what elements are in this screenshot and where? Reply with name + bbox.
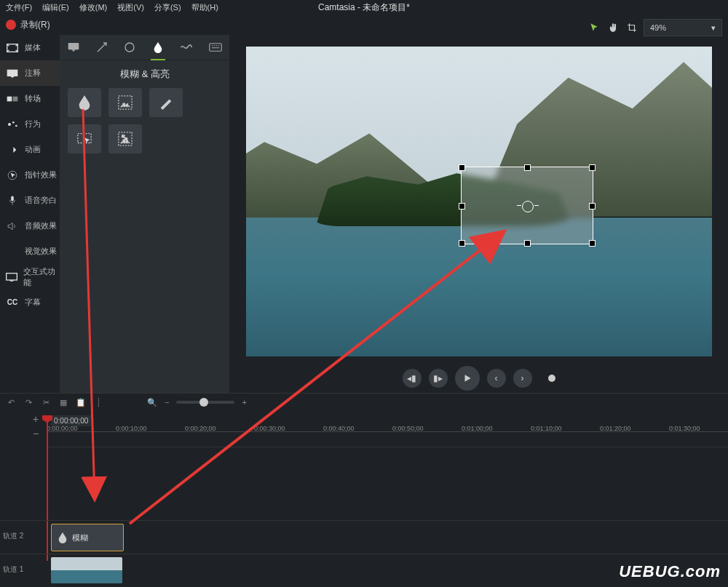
tab-callout-icon[interactable]: [68, 40, 80, 55]
next-button[interactable]: ‹: [487, 369, 506, 388]
sidebar-item-transitions[interactable]: 转场: [0, 86, 60, 111]
undo-button[interactable]: ↶: [6, 397, 16, 407]
rotate-handle[interactable]: [522, 201, 534, 212]
transitions-icon: [6, 94, 19, 104]
sidebar-label: 交互式功能: [23, 266, 60, 288]
add-track-button[interactable]: +: [29, 412, 42, 426]
seek-marker[interactable]: [548, 375, 555, 382]
drop-icon: [58, 532, 68, 543]
clip-blur[interactable]: 模糊: [51, 524, 124, 551]
select-tool-icon[interactable]: [587, 20, 601, 35]
cut-button[interactable]: ✂: [41, 397, 51, 407]
svg-point-6: [15, 124, 17, 127]
tab-sketch-icon[interactable]: [180, 40, 193, 55]
tab-arrow-icon[interactable]: [96, 40, 108, 55]
sidebar-label: 视觉效果: [25, 246, 57, 257]
sidebar-item-media[interactable]: 媒体: [0, 35, 60, 60]
menu-file[interactable]: 文件(F): [6, 2, 32, 13]
resize-handle[interactable]: [459, 164, 465, 171]
sidebar-item-animations[interactable]: 动画: [0, 137, 60, 162]
redo-button[interactable]: ↷: [23, 397, 33, 407]
ruler-tick: 0:01:30;00: [669, 425, 700, 432]
sidebar-item-audio[interactable]: 音频效果: [0, 213, 60, 239]
menu-modify[interactable]: 修改(M): [79, 2, 108, 13]
resize-handle[interactable]: [589, 240, 596, 247]
tab-keyboard-icon[interactable]: [209, 40, 222, 55]
remove-track-button[interactable]: −: [29, 427, 42, 440]
slider-knob[interactable]: [199, 398, 208, 407]
ruler-tick: 0:01:20;00: [600, 425, 631, 432]
annotation-tabs: [60, 35, 229, 60]
menu-view[interactable]: 视图(V): [117, 2, 144, 13]
next-frame-button[interactable]: ›: [513, 369, 532, 388]
copy-button[interactable]: ▦: [58, 397, 68, 407]
resize-handle[interactable]: [459, 203, 465, 209]
cc-icon: CC: [6, 298, 19, 308]
sidebar-item-annotations[interactable]: 注释: [0, 60, 60, 86]
svg-point-4: [8, 123, 11, 126]
resize-handle[interactable]: [459, 240, 465, 247]
track-2[interactable]: 轨道 2 模糊: [0, 520, 728, 554]
blur-annotation[interactable]: [461, 167, 593, 244]
tab-blur-icon[interactable]: [152, 40, 165, 55]
effect-highlight[interactable]: [149, 88, 183, 117]
resize-handle[interactable]: [524, 164, 531, 171]
svg-point-11: [125, 43, 134, 52]
timeline-toolbar: ↶ ↷ ✂ ▦ 📋 ┊ 🔍 − +: [0, 393, 728, 411]
menu-share[interactable]: 分享(S): [154, 2, 181, 13]
menu-edit[interactable]: 编辑(E): [42, 2, 69, 13]
effect-blur[interactable]: [68, 88, 101, 117]
sidebar-label: 音频效果: [25, 220, 57, 231]
effects-panel: 模糊 & 高亮: [60, 35, 229, 393]
panel-title: 模糊 & 高亮: [60, 60, 229, 88]
media-icon: [6, 43, 19, 53]
resize-handle[interactable]: [589, 164, 596, 171]
sidebar-label: 注释: [25, 68, 41, 79]
tab-shape-icon[interactable]: [124, 40, 136, 55]
zoom-in-button[interactable]: +: [242, 398, 246, 407]
split-button[interactable]: ┊: [93, 397, 103, 407]
svg-rect-2: [7, 96, 12, 101]
annotations-icon: [6, 68, 19, 79]
watermark: UEBUG.com: [619, 562, 721, 581]
clip-label: 模糊: [72, 532, 88, 543]
effect-pixelate[interactable]: [108, 124, 142, 153]
ruler-tick: 0:00:00;00: [47, 425, 78, 432]
record-button[interactable]: 录制(R): [20, 19, 50, 31]
interactive-icon: [6, 272, 17, 282]
prev-frame-button[interactable]: ◂▮: [403, 369, 422, 388]
sidebar-label: 行为: [25, 119, 41, 129]
resize-handle[interactable]: [524, 240, 531, 247]
sidebar-item-caption[interactable]: CC字幕: [0, 289, 60, 315]
effect-spotlight-rect[interactable]: [108, 88, 142, 117]
sidebar: 媒体 注释 转场 行为 动画 指针效果 语音旁白 音频效果 视觉效果 交互式功能…: [0, 35, 60, 393]
effect-interactive-area[interactable]: [68, 124, 101, 153]
svg-rect-8: [11, 196, 14, 201]
sidebar-item-interactive[interactable]: 交互式功能: [0, 264, 60, 289]
crop-tool-icon[interactable]: [625, 20, 639, 35]
mic-icon: [6, 196, 19, 206]
svg-point-5: [12, 121, 15, 124]
sidebar-item-cursor[interactable]: 指针效果: [0, 162, 60, 188]
canvas-zoom-select[interactable]: 49% ▾: [644, 19, 722, 36]
sidebar-label: 指针效果: [25, 169, 57, 180]
paste-button[interactable]: 📋: [76, 397, 86, 407]
ruler-tick: 0:00:50;00: [392, 425, 424, 432]
preview-canvas[interactable]: [246, 47, 712, 356]
resize-handle[interactable]: [589, 203, 596, 209]
timeline-ruler[interactable]: 0:00:00;00 0:00:10;00 0:00:20;00 0:00:30…: [47, 431, 728, 447]
menu-help[interactable]: 帮助(H): [191, 2, 218, 13]
timeline-zoom-slider[interactable]: [176, 401, 234, 404]
zoom-out-button[interactable]: −: [165, 398, 169, 407]
svg-rect-1: [7, 69, 18, 76]
svg-rect-9: [7, 273, 17, 279]
clip-video[interactable]: [51, 557, 122, 583]
sidebar-item-behaviors[interactable]: 行为: [0, 111, 60, 137]
sidebar-item-voice[interactable]: 语音旁白: [0, 188, 60, 213]
app-title: Camtasia - 未命名项目*: [318, 1, 410, 14]
sidebar-item-visual[interactable]: 视觉效果: [0, 239, 60, 264]
sidebar-label: 动画: [25, 144, 41, 155]
play-button[interactable]: [455, 366, 480, 391]
pan-tool-icon[interactable]: [606, 20, 620, 35]
prev-button[interactable]: ▮▸: [429, 369, 448, 388]
